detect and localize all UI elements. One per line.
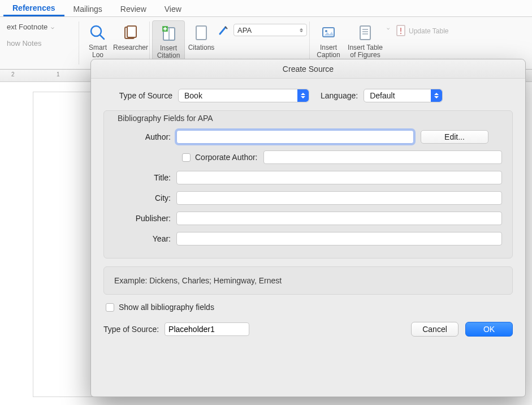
year-label: Year:: [114, 234, 176, 243]
bibliography-fields-group: Bibliography Fields for APA Author: Edit…: [103, 110, 513, 258]
language-select[interactable]: Default: [364, 89, 443, 102]
ok-button[interactable]: OK: [465, 322, 513, 337]
insert-table-figures-label: Insert Table of Figures: [348, 44, 383, 59]
city-input[interactable]: [176, 191, 502, 205]
publisher-input[interactable]: [176, 212, 502, 225]
type-of-source-select[interactable]: Book: [178, 89, 309, 102]
svg-point-11: [325, 30, 327, 32]
edit-author-button[interactable]: Edit...: [421, 130, 488, 144]
cancel-button[interactable]: Cancel: [411, 322, 459, 337]
title-input[interactable]: [176, 171, 502, 184]
author-input[interactable]: [176, 130, 414, 144]
dialog-title: Create Source: [91, 59, 525, 79]
corporate-author-label: Corporate Author:: [195, 153, 258, 162]
publisher-label: Publisher:: [114, 214, 176, 223]
show-all-fields-checkbox[interactable]: [106, 303, 114, 312]
type-of-source-label: Type of Source: [103, 91, 178, 100]
svg-rect-3: [127, 26, 136, 37]
tab-mailings[interactable]: Mailings: [64, 1, 111, 16]
smart-lookup-label: Smart Loo: [89, 44, 107, 59]
list-page-icon: [355, 23, 375, 43]
citations-button[interactable]: Citations: [185, 20, 218, 61]
show-notes-button[interactable]: how Notes: [3, 33, 45, 48]
city-label: City:: [114, 193, 176, 202]
author-label: Author:: [114, 132, 176, 141]
image-icon: [318, 23, 339, 43]
ruler-mark: 2: [11, 71, 15, 77]
svg-point-18: [400, 33, 401, 34]
chevron-down-icon: ⌵: [51, 24, 54, 30]
smart-lookup-button[interactable]: Smart Loo: [81, 20, 114, 61]
next-footnote-button[interactable]: ext Footnote ⌵: [3, 20, 58, 33]
create-source-dialog: Create Source Type of Source Book Langua…: [90, 59, 526, 397]
tab-view[interactable]: View: [155, 1, 191, 16]
ribbon-divider: [309, 21, 310, 64]
svg-rect-9: [196, 26, 206, 40]
example-text: Example: Dickens, Charles; Hemingway, Er…: [103, 266, 513, 295]
tab-references[interactable]: References: [3, 0, 64, 16]
year-input[interactable]: [176, 232, 502, 245]
book-plus-icon: [158, 23, 179, 44]
researcher-label: Researcher: [113, 44, 148, 51]
magnifier-icon: [88, 23, 108, 43]
corporate-author-checkbox[interactable]: [182, 153, 191, 162]
ruler-mark: 1: [57, 71, 60, 77]
insert-citation-button[interactable]: Insert Citation: [152, 20, 185, 61]
citation-style-dropdown[interactable]: APA: [233, 24, 307, 36]
style-icon: [218, 24, 230, 36]
title-label: Title:: [114, 173, 176, 182]
books-icon: [120, 23, 141, 43]
corporate-author-input[interactable]: [263, 150, 502, 164]
svg-rect-12: [360, 26, 370, 40]
svg-line-1: [100, 35, 104, 39]
ribbon-tabs: References Mailings Review View: [0, 0, 532, 17]
next-footnote-label: ext Footnote: [7, 23, 47, 31]
insert-caption-label: Insert Caption: [317, 44, 340, 59]
page-exclaim-icon: [395, 24, 406, 37]
citations-label: Citations: [188, 44, 215, 51]
insert-citation-label: Insert Citation: [157, 45, 180, 59]
update-table-button: Update Table: [390, 20, 452, 38]
citation-style-value: APA: [237, 26, 252, 35]
language-value: Default: [370, 91, 395, 100]
language-label: Language:: [321, 91, 364, 100]
select-arrows-icon: [297, 89, 309, 102]
page-icon: [191, 23, 211, 43]
insert-caption-button[interactable]: Insert Caption: [312, 20, 345, 61]
placeholder-type-label: Type of Source:: [103, 325, 165, 334]
update-table-label: Update Table: [409, 27, 449, 35]
caret-icon: [300, 28, 303, 32]
insert-table-figures-button[interactable]: Insert Table of Figures: [345, 20, 386, 61]
tab-review[interactable]: Review: [111, 1, 155, 16]
group-legend: Bibliography Fields for APA: [114, 110, 502, 130]
type-of-source-value: Book: [184, 91, 202, 100]
select-arrows-icon: [431, 89, 442, 102]
show-all-fields-label: Show all bibliography fields: [119, 303, 214, 312]
placeholder-name-input[interactable]: [165, 322, 249, 336]
researcher-button[interactable]: Researcher: [114, 20, 147, 61]
ribbon-divider: [149, 21, 150, 64]
ribbon-divider: [79, 21, 79, 64]
